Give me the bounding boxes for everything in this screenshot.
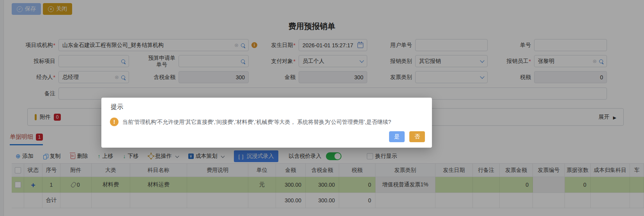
yes-button[interactable]: 是 — [389, 131, 405, 142]
warning-icon — [110, 118, 119, 126]
no-button[interactable]: 否 — [409, 131, 425, 142]
prompt-dialog: 提示 当前'管理机构'不允许使用'其它直接费','间接费','材料费','机械费… — [101, 98, 432, 148]
dialog-message: 当前'管理机构'不允许使用'其它直接费','间接费','材料费','机械费'等大… — [122, 118, 391, 126]
dialog-title: 提示 — [111, 103, 123, 111]
